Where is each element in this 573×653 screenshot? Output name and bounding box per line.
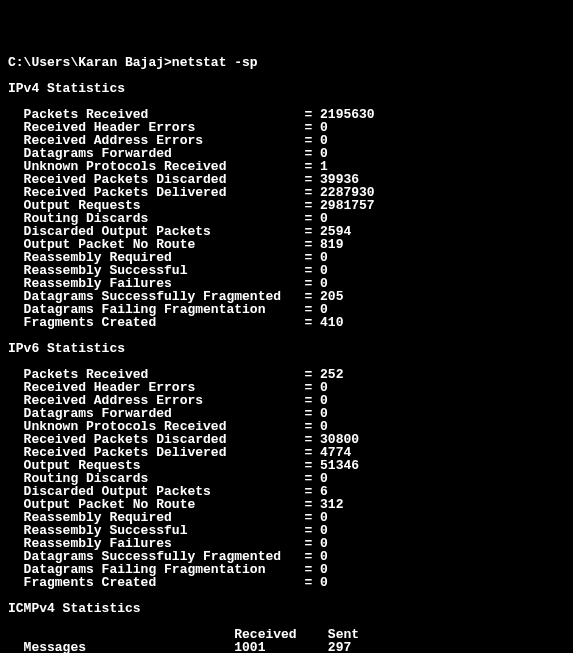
terminal-output: C:\Users\Karan Bajaj>netstat -sp IPv4 St… [8,56,565,653]
section-title: IPv6 Statistics [8,342,565,355]
section-title: ICMPv4 Statistics [8,602,565,615]
stat-row: Fragments Created = 0 [8,576,565,589]
section-title: IPv4 Statistics [8,82,565,95]
stat-row: Fragments Created = 410 [8,316,565,329]
command-prompt: C:\Users\Karan Bajaj>netstat -sp [8,56,565,69]
icmp-row: Messages 1001 297 [8,641,565,653]
